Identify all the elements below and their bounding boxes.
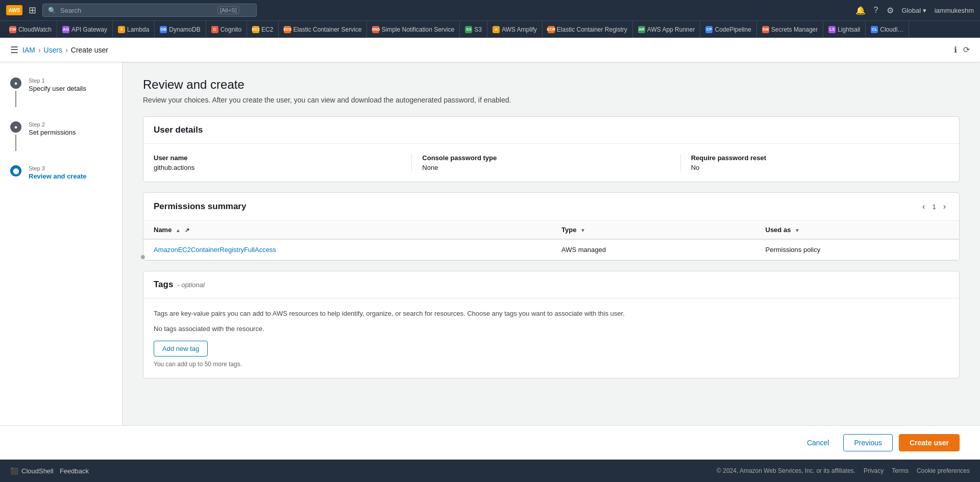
permissions-table: Name ▲ ↗ Type ▼ Used as ▼ xyxy=(143,221,959,260)
col-header-usedas[interactable]: Used as ▼ xyxy=(755,221,960,239)
col-header-name[interactable]: Name ▲ ↗ xyxy=(143,221,551,239)
user-details-panel: User details User name github.actions Co… xyxy=(143,116,960,182)
add-new-tag-button[interactable]: Add new tag xyxy=(154,341,208,357)
tags-panel-body: Tags are key-value pairs you can add to … xyxy=(143,298,959,378)
password-type-value: None xyxy=(422,164,670,171)
pagination-prev-button[interactable]: ‹ xyxy=(919,201,928,212)
tags-max-text: You can add up to 50 more tags. xyxy=(154,361,949,368)
row-usedas-value: Permissions policy xyxy=(766,246,821,253)
settings-icon[interactable]: ⚙ xyxy=(887,6,894,15)
reset-value: No xyxy=(691,164,939,171)
tags-description: Tags are key-value pairs you can add to … xyxy=(154,309,949,319)
content-area: Review and create Review your choices. A… xyxy=(122,62,980,460)
breadcrumb-current: Create user xyxy=(71,46,108,54)
no-tags-text: No tags associated with the resource. xyxy=(154,325,949,333)
username-value: github.actions xyxy=(154,164,401,171)
permissions-table-header-row: Name ▲ ↗ Type ▼ Used as ▼ xyxy=(143,221,959,239)
name-sort-icon: ▲ xyxy=(176,227,181,233)
step-3-labels: Step 3 Review and create xyxy=(29,165,86,180)
step-1-title: Specify user details xyxy=(29,85,86,92)
tab-amplify[interactable]: A AWS Amplify xyxy=(487,21,543,38)
step-1-item: ● Step 1 Specify user details xyxy=(10,78,112,109)
notifications-icon[interactable]: 🔔 xyxy=(855,6,866,15)
tab-codepipeline[interactable]: CP CodePipeline xyxy=(700,21,756,38)
policy-link[interactable]: AmazonEC2ContainerRegistryFullAccess xyxy=(154,246,276,253)
col-header-type[interactable]: Type ▼ xyxy=(551,221,755,239)
permissions-table-head: Name ▲ ↗ Type ▼ Used as ▼ xyxy=(143,221,959,239)
tags-title: Tags xyxy=(154,280,173,290)
cancel-button[interactable]: Cancel xyxy=(799,435,838,451)
previous-button[interactable]: Previous xyxy=(843,434,892,451)
stepper-sidebar: ● Step 1 Specify user details ● Step 2 S… xyxy=(0,62,122,460)
permissions-table-container: Name ▲ ↗ Type ▼ Used as ▼ xyxy=(143,221,959,260)
tab-cloudl[interactable]: CL Cloudl… xyxy=(866,21,909,38)
reset-label: Require password reset xyxy=(691,154,939,162)
tab-secrets[interactable]: SM Secrets Manager xyxy=(757,21,823,38)
info-icon[interactable]: ℹ xyxy=(954,45,957,55)
permissions-pagination: ‹ 1 › xyxy=(919,201,949,212)
hamburger-menu[interactable]: ☰ xyxy=(10,44,18,56)
region-selector[interactable]: Global ▾ xyxy=(902,7,926,14)
pagination-next-button[interactable]: › xyxy=(940,201,949,212)
create-user-button[interactable]: Create user xyxy=(899,434,960,451)
tab-dynamodb[interactable]: DB DynamoDB xyxy=(155,21,206,38)
tab-cloudwatch[interactable]: CW CloudWatch xyxy=(4,21,57,38)
step-2-title: Set permissions xyxy=(29,129,76,136)
permissions-header-row: Permissions summary ‹ 1 › xyxy=(143,193,959,221)
username-label: User name xyxy=(154,154,401,162)
step-1-label: Step 1 xyxy=(29,78,86,84)
breadcrumb-iam[interactable]: IAM xyxy=(22,46,35,54)
user-detail-username-col: User name github.actions xyxy=(154,154,412,171)
password-type-label: Console password type xyxy=(422,154,670,162)
breadcrumb-users[interactable]: Users xyxy=(44,46,63,54)
type-filter-icon: ▼ xyxy=(580,227,585,233)
grid-icon[interactable]: ⊞ xyxy=(29,5,36,16)
tab-sns[interactable]: SNS Simple Notification Service xyxy=(367,21,460,38)
tab-ecr[interactable]: ECR Elastic Container Registry xyxy=(543,21,633,38)
breadcrumb-sep-2: › xyxy=(65,46,68,54)
service-tabs-bar: CW CloudWatch AG API Gateway λ Lambda DB… xyxy=(0,20,980,38)
page-subtitle: Review your choices. After you create th… xyxy=(143,96,960,104)
step-1-circle-wrap: ● xyxy=(10,78,21,109)
search-bar[interactable]: 🔍 [Alt+S] xyxy=(42,4,257,17)
step-1-labels: Step 1 Specify user details xyxy=(29,78,86,92)
tab-ecs[interactable]: ECS Elastic Container Service xyxy=(279,21,367,38)
tab-cognito[interactable]: C Cognito xyxy=(206,21,247,38)
user-detail-password-col: Console password type None xyxy=(412,154,680,171)
step-2-label: Step 2 xyxy=(29,121,76,128)
refresh-icon[interactable]: ⟳ xyxy=(963,45,970,55)
tab-ec2[interactable]: EC2 EC2 xyxy=(247,21,279,38)
usedas-filter-icon: ▼ xyxy=(795,227,800,233)
aws-logo[interactable]: AWS xyxy=(6,5,22,15)
tab-s3[interactable]: S3 S3 xyxy=(460,21,487,38)
row-type-cell: AWS managed xyxy=(551,239,755,260)
external-link-icon: ↗ xyxy=(185,227,189,233)
step-3-circle-wrap: ⬤ xyxy=(10,165,21,176)
tab-api-gateway[interactable]: AG API Gateway xyxy=(57,21,113,38)
breadcrumb-bar: ☰ IAM › Users › Create user ℹ ⟳ xyxy=(0,38,980,62)
step-3-title: Review and create xyxy=(29,172,86,180)
tab-apprunner[interactable]: AR AWS App Runner xyxy=(633,21,701,38)
step-3-label: Step 3 xyxy=(29,165,86,171)
row-type-value: AWS managed xyxy=(561,246,606,253)
breadcrumb: IAM › Users › Create user xyxy=(22,46,108,54)
user-menu[interactable]: iammukeshm xyxy=(935,7,974,14)
row-usedas-cell: Permissions policy xyxy=(755,239,960,260)
step-2-labels: Step 2 Set permissions xyxy=(29,121,76,136)
tags-optional-label: - optional xyxy=(177,281,204,289)
tab-lightsail[interactable]: LS Lightsail xyxy=(823,21,866,38)
help-icon[interactable]: ? xyxy=(874,6,878,15)
tab-lambda[interactable]: λ Lambda xyxy=(113,21,155,38)
table-row: AmazonEC2ContainerRegistryFullAccess AWS… xyxy=(143,239,959,260)
row-name-cell: AmazonEC2ContainerRegistryFullAccess xyxy=(143,239,551,260)
user-details-panel-body: User name github.actions Console passwor… xyxy=(143,144,959,182)
step-2-item: ● Step 2 Set permissions xyxy=(10,121,112,153)
page-title: Review and create xyxy=(143,78,960,92)
tags-title-row: Tags - optional xyxy=(154,280,949,290)
user-details-panel-header: User details xyxy=(143,117,959,144)
step-1-connector xyxy=(15,91,16,107)
search-shortcut: [Alt+S] xyxy=(217,6,239,14)
search-input[interactable] xyxy=(60,7,213,14)
user-details-title: User details xyxy=(154,125,203,135)
search-icon: 🔍 xyxy=(48,7,56,14)
